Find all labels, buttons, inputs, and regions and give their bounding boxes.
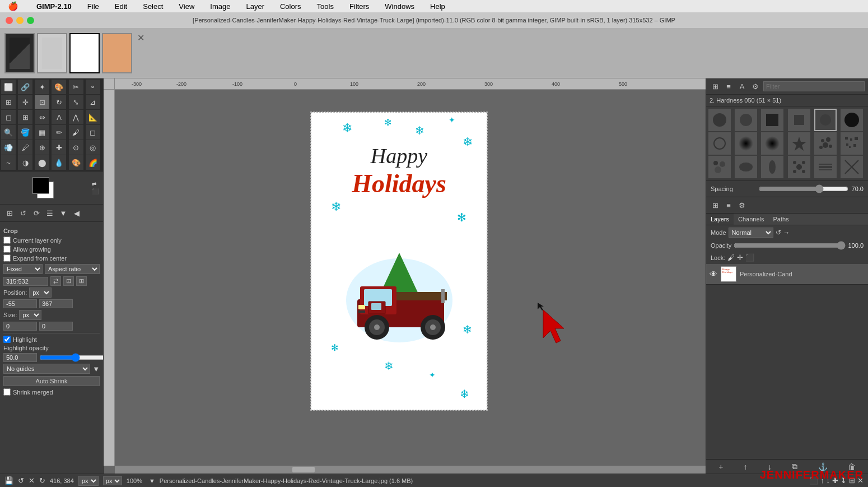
position-x-input[interactable] bbox=[3, 299, 37, 308]
tool-gradient[interactable]: ▦ bbox=[35, 125, 49, 140]
canvas-area[interactable]: -300 -200 -100 0 100 200 300 400 500 bbox=[104, 78, 706, 474]
tool-dodge-burn[interactable]: ◑ bbox=[18, 155, 32, 170]
layer-visibility-icon[interactable]: 👁 bbox=[710, 270, 717, 279]
tool-hue-sat[interactable]: 🌈 bbox=[86, 155, 100, 170]
tool-align[interactable]: ⊞ bbox=[1, 95, 16, 109]
opacity-slider[interactable] bbox=[734, 241, 846, 250]
spacing-slider[interactable] bbox=[759, 184, 848, 193]
save-status-button[interactable]: 💾 bbox=[4, 476, 13, 485]
layers-config-icon[interactable]: ⚙ bbox=[736, 200, 748, 211]
menu-windows[interactable]: Windows bbox=[381, 1, 418, 12]
brush-item-18[interactable] bbox=[841, 156, 863, 178]
brush-item-6[interactable] bbox=[841, 109, 863, 131]
menu-colors[interactable]: Colors bbox=[277, 1, 305, 12]
shrink-merged-checkbox[interactable] bbox=[3, 388, 11, 396]
tool-clone[interactable]: ⊕ bbox=[35, 140, 49, 155]
delete-layer-button[interactable]: 🗑 bbox=[848, 462, 856, 471]
status-icon-5[interactable]: ↧ bbox=[841, 476, 847, 485]
foreground-color-swatch[interactable] bbox=[32, 177, 49, 194]
tab-channels[interactable]: Channels bbox=[734, 214, 768, 225]
brush-item-2[interactable] bbox=[735, 109, 757, 131]
tool-zoom[interactable]: 🔍 bbox=[1, 125, 16, 140]
tool-desaturate[interactable]: ⬤ bbox=[35, 155, 49, 170]
aspect-ratio-select[interactable]: Aspect ratio bbox=[45, 264, 100, 274]
brush-item-15[interactable] bbox=[761, 156, 783, 178]
tool-extra-6[interactable]: ◀ bbox=[71, 207, 83, 219]
restore-status-button[interactable]: ↻ bbox=[39, 476, 45, 485]
tool-shear[interactable]: ⊿ bbox=[86, 95, 100, 109]
tool-blur-sharpen[interactable]: ◎ bbox=[86, 140, 100, 155]
brush-item-7[interactable] bbox=[708, 132, 731, 155]
highlight-opacity-input[interactable] bbox=[3, 353, 37, 362]
duplicate-layer-button[interactable]: ⧉ bbox=[792, 462, 797, 471]
brush-item-10[interactable] bbox=[788, 132, 810, 155]
tool-free-select[interactable]: 🔗 bbox=[18, 80, 32, 94]
brush-item-16[interactable] bbox=[788, 156, 810, 178]
auto-shrink-button[interactable]: Auto Shrink bbox=[3, 376, 100, 386]
size-h-input[interactable] bbox=[39, 322, 73, 331]
landscape-button[interactable]: ⊞ bbox=[76, 276, 87, 286]
guides-select[interactable]: No guides bbox=[3, 364, 90, 374]
brush-item-14[interactable] bbox=[735, 156, 757, 178]
layers-grid-icon[interactable]: ⊞ bbox=[710, 200, 721, 211]
unit-select[interactable]: px bbox=[103, 476, 122, 485]
default-colors-button[interactable]: ⬛ bbox=[92, 188, 99, 194]
config-icon[interactable]: ⚙ bbox=[750, 81, 761, 92]
tool-scissors[interactable]: ✂ bbox=[69, 80, 83, 94]
brush-item-8[interactable] bbox=[735, 132, 757, 155]
lower-layer-button[interactable]: ↓ bbox=[768, 462, 772, 471]
brush-item-9[interactable] bbox=[761, 132, 783, 155]
tool-scale[interactable]: ⤡ bbox=[69, 95, 83, 109]
tool-extra-1[interactable]: ⊞ bbox=[3, 207, 16, 219]
tool-bucket[interactable]: 🪣 bbox=[18, 125, 32, 140]
current-layer-checkbox[interactable] bbox=[3, 236, 11, 244]
new-layer-button[interactable]: + bbox=[718, 462, 723, 471]
raise-layer-button[interactable]: ↑ bbox=[744, 462, 748, 471]
menu-gimp[interactable]: GIMP-2.10 bbox=[33, 1, 75, 12]
minimize-button[interactable] bbox=[16, 17, 24, 24]
status-icon-3[interactable]: ↓ bbox=[827, 476, 830, 485]
position-unit-select[interactable]: px bbox=[29, 287, 52, 298]
tool-pencil[interactable]: ✏ bbox=[52, 125, 66, 140]
tool-eraser[interactable]: ◻ bbox=[86, 125, 100, 140]
fixed-select[interactable]: Fixed bbox=[3, 264, 43, 274]
brush-item-12[interactable] bbox=[841, 132, 863, 155]
brush-filter-input[interactable] bbox=[763, 81, 865, 91]
maximize-button[interactable] bbox=[27, 17, 34, 24]
tool-path[interactable]: ⋀ bbox=[69, 110, 83, 124]
brush-item-17[interactable] bbox=[814, 156, 837, 178]
font-icon[interactable]: A bbox=[736, 81, 748, 92]
size-w-input[interactable] bbox=[3, 322, 37, 331]
tool-perspective[interactable]: ◻ bbox=[1, 110, 16, 124]
allow-growing-checkbox[interactable] bbox=[3, 245, 11, 253]
tool-perspective-clone[interactable]: ⊙ bbox=[69, 140, 83, 155]
list-view-icon[interactable]: ≡ bbox=[723, 81, 734, 92]
tool-extra-4[interactable]: ☰ bbox=[44, 207, 56, 219]
tool-colorize[interactable]: 🎨 bbox=[69, 155, 83, 170]
thumb-1[interactable] bbox=[4, 33, 35, 73]
menu-layer[interactable]: Layer bbox=[242, 1, 268, 12]
thumb-4[interactable] bbox=[102, 33, 132, 73]
menu-file[interactable]: File bbox=[84, 1, 102, 12]
anchor-layer-button[interactable]: ⚓ bbox=[818, 462, 828, 471]
close-tab-button[interactable]: ✕ bbox=[134, 31, 147, 44]
tool-flip[interactable]: ⇔ bbox=[35, 110, 49, 124]
tool-select-color[interactable]: 🎨 bbox=[52, 80, 66, 94]
menu-edit[interactable]: Edit bbox=[111, 1, 130, 12]
tool-extra-5[interactable]: ▼ bbox=[57, 207, 69, 219]
brush-item-13[interactable] bbox=[708, 156, 731, 178]
thumb-2[interactable] bbox=[37, 33, 67, 73]
status-icon-1[interactable]: ⬛ bbox=[809, 476, 818, 485]
swap-colors-button[interactable]: ⇄ bbox=[92, 181, 99, 187]
menu-image[interactable]: Image bbox=[207, 1, 234, 12]
size-ratio-input[interactable] bbox=[3, 277, 48, 286]
status-icon-7[interactable]: ✕ bbox=[857, 476, 864, 485]
delete-status-button[interactable]: ✕ bbox=[29, 476, 35, 485]
size-unit-select[interactable]: px bbox=[19, 310, 41, 320]
color-swatches[interactable] bbox=[31, 176, 59, 200]
tool-ink[interactable]: 🖊 bbox=[18, 140, 32, 155]
apple-menu[interactable]: 🍎 bbox=[4, 0, 22, 12]
tool-rect-select[interactable]: ⬜ bbox=[1, 80, 16, 94]
swap-size-button[interactable]: ⇄ bbox=[50, 276, 61, 286]
guides-expand-icon[interactable]: ▼ bbox=[92, 365, 100, 373]
